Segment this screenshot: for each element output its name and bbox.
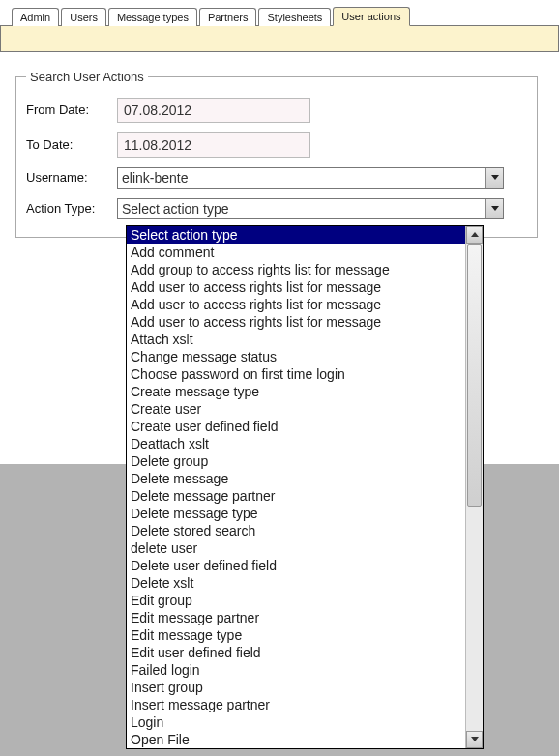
svg-marker-3: [471, 737, 479, 741]
dropdown-arrow-icon: [485, 199, 503, 218]
dropdown-option[interactable]: Edit user defined field: [127, 644, 465, 661]
dropdown-option[interactable]: Deattach xslt: [127, 435, 465, 452]
dropdown-option[interactable]: Failed login: [127, 661, 465, 679]
dropdown-option[interactable]: Attach xslt: [127, 331, 465, 348]
tab-partners[interactable]: Partners: [199, 8, 257, 26]
dropdown-option[interactable]: Delete message partner: [127, 487, 465, 505]
svg-marker-1: [491, 206, 499, 211]
tab-message-types[interactable]: Message types: [108, 8, 197, 26]
tab-strip: [0, 25, 559, 52]
dropdown-option[interactable]: Open File: [127, 731, 465, 748]
tab-admin[interactable]: Admin: [12, 8, 59, 26]
dropdown-option[interactable]: Insert group: [127, 679, 465, 696]
search-user-actions-fieldset: Search User Actions From Date: To Date: …: [15, 70, 538, 238]
from-date-label: From Date:: [26, 102, 117, 118]
dropdown-option[interactable]: Delete xslt: [127, 574, 465, 592]
dropdown-option[interactable]: Insert message partner: [127, 696, 465, 713]
dropdown-option[interactable]: Delete user defined field: [127, 557, 465, 574]
dropdown-option[interactable]: Change message status: [127, 348, 465, 365]
fieldset-legend: Search User Actions: [26, 70, 148, 84]
dropdown-option[interactable]: delete user: [127, 539, 465, 557]
svg-marker-2: [471, 232, 479, 237]
dropdown-option[interactable]: Add user to access rights list for messa…: [127, 313, 465, 331]
dropdown-option[interactable]: Add user to access rights list for messa…: [127, 278, 465, 296]
dropdown-option[interactable]: Delete message type: [127, 505, 465, 522]
dropdown-option[interactable]: Delete message: [127, 470, 465, 487]
dropdown-option[interactable]: Add group to access rights list for mess…: [127, 261, 465, 278]
dropdown-option[interactable]: Delete stored search: [127, 522, 465, 539]
scroll-track[interactable]: [466, 244, 483, 731]
dropdown-option[interactable]: Add comment: [127, 244, 465, 261]
dropdown-option[interactable]: Create message type: [127, 383, 465, 400]
dropdown-arrow-icon: [485, 168, 503, 188]
to-date-input[interactable]: [117, 132, 310, 158]
username-selected-value: elink-bente: [118, 170, 189, 186]
dropdown-option[interactable]: Edit group: [127, 592, 465, 609]
dropdown-option[interactable]: Add user to access rights list for messa…: [127, 296, 465, 313]
from-date-input[interactable]: [117, 98, 310, 123]
dropdown-option[interactable]: Edit message partner: [127, 609, 465, 626]
dropdown-option[interactable]: Create user: [127, 400, 465, 418]
tab-user-actions[interactable]: User actions: [333, 7, 409, 26]
scroll-down-icon[interactable]: [466, 731, 483, 748]
dropdown-option[interactable]: Login: [127, 713, 465, 731]
scroll-thumb[interactable]: [467, 244, 482, 507]
to-date-label: To Date:: [26, 137, 117, 153]
action-type-select[interactable]: Select action type: [117, 198, 504, 219]
tab-users[interactable]: Users: [61, 8, 106, 26]
dropdown-option[interactable]: Delete group: [127, 452, 465, 470]
dropdown-option[interactable]: Edit message type: [127, 626, 465, 644]
scroll-up-icon[interactable]: [466, 226, 483, 244]
dropdown-option[interactable]: Create user defined field: [127, 418, 465, 435]
scrollbar[interactable]: [465, 226, 483, 748]
username-select[interactable]: elink-bente: [117, 167, 504, 189]
tab-stylesheets[interactable]: Stylesheets: [258, 8, 331, 26]
username-label: Username:: [26, 170, 117, 186]
dropdown-option[interactable]: Choose password on first time login: [127, 365, 465, 383]
tab-bar: AdminUsersMessage typesPartnersStyleshee…: [0, 0, 559, 25]
dropdown-option[interactable]: Select action type: [127, 226, 465, 244]
action-type-label: Action Type:: [26, 201, 117, 217]
action-type-dropdown-list[interactable]: Select action typeAdd commentAdd group t…: [126, 225, 484, 749]
svg-marker-0: [491, 175, 499, 180]
action-type-selected-value: Select action type: [118, 201, 229, 217]
